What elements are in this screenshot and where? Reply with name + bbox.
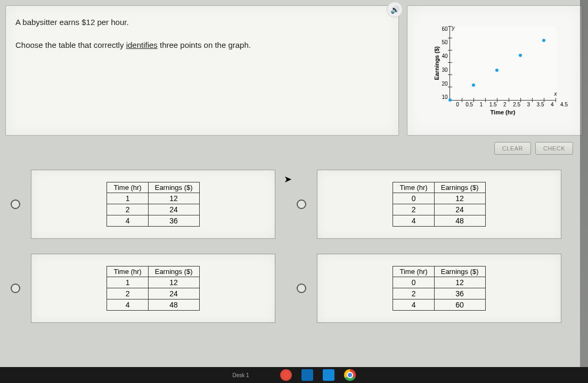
graph-panel: Earnings ($) 60 50 40 30 20 10 y x (407, 5, 583, 136)
choice-panel: Time (hr)Earnings ($) 012 224 448 (317, 170, 561, 239)
identifies-word: identifies (126, 40, 158, 49)
question-line-1: A babysitter earns $12 per hour. (15, 16, 389, 29)
check-button[interactable]: CHECK (535, 142, 573, 155)
choice-b[interactable]: Time (hr)Earnings ($) 012 224 448 (297, 170, 561, 239)
data-point (542, 39, 545, 42)
radio-d[interactable] (297, 284, 306, 293)
taskbar-app-icon[interactable] (301, 369, 313, 381)
data-point (472, 84, 475, 87)
question-panel: 🔊 A babysitter earns $12 per hour. Choos… (5, 5, 399, 136)
taskbar-chrome-icon[interactable] (344, 369, 356, 381)
y-ticks: 60 50 40 30 20 10 (442, 26, 447, 101)
x-axis-label: Time (hr) (491, 109, 516, 115)
taskbar[interactable]: Desk 1 (0, 367, 588, 383)
choice-table: Time (hr)Earnings ($) 112 224 436 (107, 182, 199, 227)
choice-d[interactable]: Time (hr)Earnings ($) 012 236 460 (297, 254, 561, 323)
choice-table: Time (hr)Earnings ($) 012 236 460 (393, 266, 485, 311)
radio-b[interactable] (297, 199, 306, 209)
audio-button[interactable]: 🔊 (387, 2, 403, 18)
choice-panel: Time (hr)Earnings ($) 112 224 448 (31, 254, 275, 323)
taskbar-app-icon[interactable] (280, 369, 292, 381)
choice-table: Time (hr)Earnings ($) 112 224 448 (107, 266, 199, 311)
data-point (448, 98, 452, 102)
clear-button[interactable]: CLEAR (494, 142, 531, 155)
choice-a[interactable]: Time (hr)Earnings ($) 112 224 436 (11, 170, 275, 239)
x-letter: x (554, 91, 557, 97)
choice-table: Time (hr)Earnings ($) 012 224 448 (393, 182, 485, 227)
y-axis-label: Earnings ($) (434, 46, 440, 80)
choice-panel: Time (hr)Earnings ($) 012 236 460 (317, 254, 561, 323)
taskbar-app-icon[interactable] (323, 369, 334, 381)
choice-panel: Time (hr)Earnings ($) 112 224 436 (31, 170, 275, 239)
choices-grid: Time (hr)Earnings ($) 112 224 436 Time (… (0, 155, 588, 323)
y-letter: y (452, 25, 455, 31)
question-line-2: Choose the table that correctly identifi… (15, 39, 389, 52)
data-point (519, 54, 522, 57)
choice-c[interactable]: Time (hr)Earnings ($) 112 224 448 (11, 254, 275, 323)
plot-area: y x (450, 26, 556, 101)
radio-a[interactable] (11, 199, 20, 209)
radio-c[interactable] (11, 284, 20, 293)
data-point (495, 69, 499, 72)
desk-label[interactable]: Desk 1 (232, 372, 249, 378)
screen-edge (580, 0, 588, 367)
